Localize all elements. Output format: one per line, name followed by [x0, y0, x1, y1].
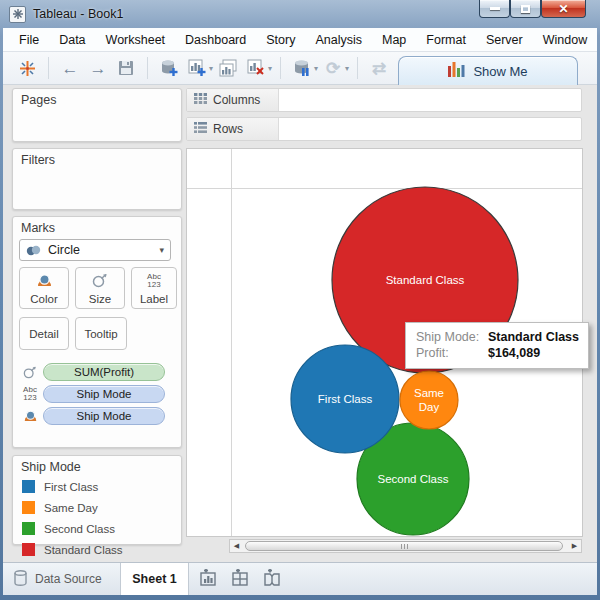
run-update-caret-icon[interactable]: ▾: [345, 64, 349, 73]
new-dashboard-icon[interactable]: [231, 569, 250, 590]
legend-item-same-day[interactable]: Same Day: [13, 497, 181, 518]
filters-shelf-label: Filters: [13, 149, 181, 167]
pause-updates-caret-icon[interactable]: ▾: [314, 64, 318, 73]
rows-shelf-label: Rows: [213, 122, 243, 136]
marks-card: Marks Circle ▾ Color Size Abc123 Label D…: [12, 216, 182, 448]
menu-item-format[interactable]: Format: [416, 30, 476, 50]
tooltip-row: Profit:$164,089: [416, 345, 580, 361]
mark-type-dropdown[interactable]: Circle ▾: [19, 239, 171, 261]
tooltip-label: Ship Mode:: [416, 329, 488, 345]
new-worksheet-caret-icon[interactable]: ▾: [209, 64, 213, 73]
menu-item-data[interactable]: Data: [49, 30, 95, 50]
tooltip-row: Ship Mode:Standard Class: [416, 329, 580, 345]
legend-swatch: [22, 522, 35, 535]
pages-shelf[interactable]: Pages: [12, 88, 182, 142]
new-sheet-buttons: [199, 563, 282, 595]
tooltip-label: Profit:: [416, 345, 488, 361]
run-update-icon[interactable]: ⟳: [322, 57, 344, 79]
color-button[interactable]: Color: [19, 267, 69, 309]
horizontal-scrollbar[interactable]: ◀ ▶: [229, 539, 582, 553]
pause-updates-icon[interactable]: [291, 57, 313, 79]
menu-item-analysis[interactable]: Analysis: [305, 30, 372, 50]
minimize-icon: [490, 7, 500, 10]
menu-item-dashboard[interactable]: Dashboard: [175, 30, 256, 50]
menu-item-window[interactable]: Window: [533, 30, 597, 50]
data-source-icon: [14, 570, 27, 589]
legend-item-second-class[interactable]: Second Class: [13, 518, 181, 539]
back-icon[interactable]: ←: [59, 57, 81, 79]
color-legend: Ship Mode First ClassSame DaySecond Clas…: [12, 455, 182, 545]
legend-swatch: [22, 480, 35, 493]
new-worksheet-tab-icon[interactable]: [199, 569, 218, 590]
add-data-icon[interactable]: [158, 57, 180, 79]
show-me-icon: [448, 62, 465, 80]
menu-bar: FileDataWorksheetDashboardStoryAnalysisM…: [3, 28, 597, 52]
mark-type-value: Circle: [48, 243, 80, 257]
size-button[interactable]: Size: [75, 267, 125, 309]
menu-item-server[interactable]: Server: [476, 30, 533, 50]
new-worksheet-icon[interactable]: [186, 57, 208, 79]
clear-sheet-icon[interactable]: [245, 57, 267, 79]
legend-swatch: [22, 501, 35, 514]
pill-row: Abc123 Ship Mode: [17, 385, 165, 403]
columns-shelf-header: Columns: [187, 89, 279, 111]
scroll-right-icon[interactable]: ▶: [568, 540, 581, 552]
chevron-down-icon: ▾: [159, 245, 164, 255]
label-abc-icon: Abc123: [147, 268, 161, 293]
close-icon: ✕: [558, 3, 568, 15]
columns-icon: [194, 93, 207, 107]
size-icon: [92, 268, 108, 293]
sheet-tab-sheet1[interactable]: Sheet 1: [121, 563, 189, 595]
menu-item-file[interactable]: File: [9, 30, 49, 50]
scrollbar-thumb[interactable]: [245, 541, 563, 551]
columns-shelf[interactable]: Columns: [186, 88, 582, 112]
minimize-button[interactable]: [479, 0, 510, 18]
legend-label: Standard Class: [44, 544, 123, 556]
tooltip-button[interactable]: Tooltip: [75, 317, 127, 350]
toolbar-separator: [48, 57, 49, 79]
show-me-label: Show Me: [473, 64, 527, 79]
menu-item-map[interactable]: Map: [372, 30, 416, 50]
legend-label: Second Class: [44, 523, 115, 535]
close-button[interactable]: ✕: [541, 0, 586, 18]
bubble-same-day[interactable]: [400, 371, 458, 429]
duplicate-sheet-icon[interactable]: [217, 57, 239, 79]
new-story-icon[interactable]: [263, 569, 282, 590]
pill-sum-profit[interactable]: SUM(Profit): [43, 363, 165, 381]
label-button[interactable]: Abc123 Label: [131, 267, 177, 309]
pill-ship-mode-color[interactable]: Ship Mode: [43, 407, 165, 425]
rows-icon: [194, 122, 207, 136]
data-source-label: Data Source: [35, 572, 102, 586]
toolbar: ← → ▾ ▾ ▾ ⟳ ▾ ⇄ ⇅: [3, 52, 597, 85]
maximize-button[interactable]: [510, 0, 541, 18]
data-source-tab[interactable]: Data Source: [3, 563, 121, 595]
clear-sheet-caret-icon[interactable]: ▾: [268, 64, 272, 73]
pill-ship-mode-label[interactable]: Ship Mode: [43, 385, 165, 403]
bubble-label-standard-class: Standard Class: [386, 274, 465, 286]
color-button-label: Color: [30, 293, 57, 305]
legend-swatch: [22, 543, 35, 556]
forward-icon[interactable]: →: [87, 57, 109, 79]
rows-shelf[interactable]: Rows: [186, 117, 582, 141]
show-me-button[interactable]: Show Me: [398, 56, 578, 85]
menu-item-worksheet[interactable]: Worksheet: [96, 30, 176, 50]
menu-item-story[interactable]: Story: [256, 30, 305, 50]
tableau-app-icon: [9, 6, 26, 23]
filters-shelf[interactable]: Filters: [12, 148, 182, 210]
pages-shelf-label: Pages: [13, 89, 181, 107]
toolbar-separator: [147, 57, 148, 79]
scroll-left-icon[interactable]: ◀: [230, 540, 243, 552]
circle-mark-icon: [26, 245, 41, 256]
toolbar-separator: [357, 57, 358, 79]
detail-button[interactable]: Detail: [19, 317, 69, 350]
tableau-window: Tableau - Book1 ✕ FileDataWorksheetDashb…: [0, 0, 600, 600]
swap-icon[interactable]: ⇄: [368, 57, 390, 79]
legend-item-first-class[interactable]: First Class: [13, 476, 181, 497]
bubble-label-second-class: Second Class: [378, 473, 449, 485]
label-button-label: Label: [140, 293, 168, 305]
columns-shelf-label: Columns: [213, 93, 260, 107]
sheet-tab-label: Sheet 1: [132, 572, 176, 586]
tooltip-value: $164,089: [488, 345, 540, 361]
save-icon[interactable]: [115, 57, 137, 79]
window-controls: ✕: [479, 0, 586, 18]
